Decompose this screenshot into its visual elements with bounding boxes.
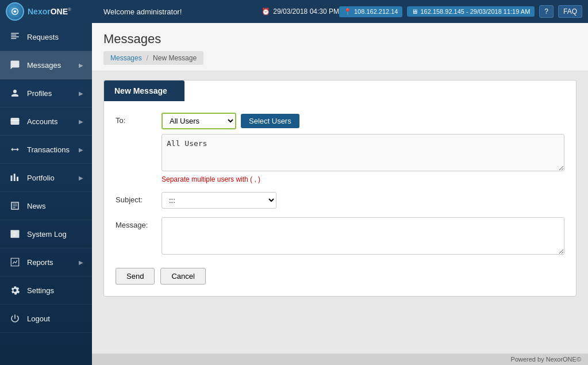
breadcrumb-parent[interactable]: Messages	[110, 54, 142, 62]
sidebar-item-logout[interactable]: Logout	[0, 305, 92, 333]
transactions-arrow: ▶	[79, 147, 83, 153]
sidebar-label-logout: Logout	[27, 314, 50, 323]
news-icon	[9, 199, 21, 212]
footer: Powered by NexorONE©	[92, 354, 588, 365]
breadcrumb-separator: /	[147, 54, 148, 62]
sidebar-label-transactions: Transactions	[27, 145, 70, 154]
sidebar-item-profiles[interactable]: Profiles ▶	[0, 79, 92, 107]
messages-arrow: ▶	[79, 62, 83, 68]
sidebar-item-news[interactable]: News	[0, 192, 92, 220]
accounts-icon	[9, 115, 21, 128]
system-log-icon	[9, 228, 21, 240]
send-button[interactable]: Send	[116, 268, 155, 285]
sidebar-label-accounts: Accounts	[27, 117, 57, 126]
page-title: Messages	[103, 32, 577, 47]
faq-button[interactable]: FAQ	[558, 5, 582, 18]
to-form-row: To: All Users Selected Users Select User…	[116, 113, 564, 183]
sidebar-item-transactions[interactable]: Transactions ▶	[0, 136, 92, 164]
header-right: 📍 108.162.212.14 🖥 162.158.92.145 - 29/0…	[339, 5, 582, 18]
sidebar-item-accounts[interactable]: Accounts ▶	[0, 107, 92, 136]
message-control-area	[162, 217, 564, 256]
location-icon: 📍	[344, 8, 352, 16]
datetime-text: 29/03/2018 04:30 PM	[273, 7, 339, 16]
content-area: Messages Messages / New Message New Mess…	[92, 23, 588, 365]
top-header: NexorONE® Welcome administrator! ⏰ 29/03…	[0, 0, 588, 23]
clock-icon: ⏰	[262, 7, 270, 16]
breadcrumb-current: New Message	[153, 54, 197, 62]
subject-form-row: Subject: :::	[116, 192, 564, 209]
sidebar-label-profiles: Profiles	[27, 89, 52, 98]
profiles-icon	[9, 87, 21, 99]
sidebar-label-messages: Messages	[27, 61, 61, 70]
ip-badge: 📍 108.162.212.14	[339, 6, 402, 17]
reports-icon	[9, 256, 21, 268]
logout-icon	[9, 312, 21, 325]
svg-rect-2	[11, 175, 13, 181]
sidebar-label-requests: Requests	[27, 33, 59, 41]
portfolio-icon	[9, 171, 21, 184]
to-label: To:	[116, 113, 162, 125]
svg-rect-4	[17, 177, 18, 182]
logo-text: NexorONE®	[28, 7, 71, 16]
svg-rect-3	[14, 174, 16, 181]
select-users-button[interactable]: Select Users	[241, 114, 299, 128]
subject-label: Subject:	[116, 192, 162, 204]
sidebar-item-system-log[interactable]: System Log	[0, 220, 92, 248]
portfolio-arrow: ▶	[79, 175, 83, 181]
message-form-row: Message:	[116, 217, 564, 256]
message-label: Message:	[116, 217, 162, 229]
sidebar-label-reports: Reports	[27, 258, 53, 267]
main-layout: Requests Messages ▶ Profiles ▶ Accounts …	[0, 23, 588, 365]
settings-icon	[9, 284, 21, 297]
sidebar-item-reports[interactable]: Reports ▶	[0, 248, 92, 276]
logo-icon	[6, 2, 24, 21]
panel-header: New Message	[104, 80, 185, 101]
sidebar: Requests Messages ▶ Profiles ▶ Accounts …	[0, 23, 92, 365]
accounts-arrow: ▶	[79, 118, 83, 125]
sidebar-item-portfolio[interactable]: Portfolio ▶	[0, 164, 92, 192]
requests-icon	[9, 30, 21, 43]
sidebar-item-settings[interactable]: Settings	[0, 276, 92, 305]
to-select[interactable]: All Users Selected Users	[162, 113, 236, 129]
help-button[interactable]: ?	[539, 5, 554, 18]
transactions-icon	[9, 143, 21, 156]
page-title-bar: Messages Messages / New Message	[92, 23, 588, 71]
users-textarea[interactable]: All Users	[162, 134, 564, 171]
message-textarea[interactable]	[162, 217, 564, 255]
sidebar-item-requests[interactable]: Requests	[0, 23, 92, 51]
monitor-icon: 🖥	[412, 8, 418, 15]
sidebar-label-portfolio: Portfolio	[27, 174, 55, 182]
reports-arrow: ▶	[79, 259, 83, 266]
svg-rect-6	[11, 230, 13, 238]
separator-char: ( , )	[250, 175, 260, 183]
sidebar-label-system-log: System Log	[27, 230, 67, 239]
form-actions: Send Cancel	[116, 268, 564, 285]
session-badge: 🖥 162.158.92.145 - 29/03/2018 11:19 AM	[407, 6, 535, 17]
sidebar-label-news: News	[27, 202, 46, 210]
subject-control-area: :::	[162, 192, 564, 209]
breadcrumb: Messages / New Message	[103, 51, 203, 65]
sidebar-item-messages[interactable]: Messages ▶	[0, 51, 92, 79]
cancel-button[interactable]: Cancel	[160, 268, 205, 285]
welcome-text: Welcome administrator!	[98, 7, 262, 16]
subject-select[interactable]: :::	[162, 192, 276, 209]
content-body: New Message To: All Users Selected Users…	[92, 71, 588, 354]
panel-body: To: All Users Selected Users Select User…	[104, 101, 576, 296]
new-message-panel: New Message To: All Users Selected Users…	[103, 80, 577, 297]
messages-icon	[9, 59, 21, 71]
header-time: ⏰ 29/03/2018 04:30 PM	[262, 7, 339, 16]
to-row: All Users Selected Users Select Users	[162, 113, 564, 129]
sidebar-label-settings: Settings	[27, 286, 54, 295]
to-control-area: All Users Selected Users Select Users Al…	[162, 113, 564, 183]
separator-hint: Separate multiple users with ( , )	[162, 175, 564, 183]
profiles-arrow: ▶	[79, 90, 83, 97]
logo-area: NexorONE®	[6, 2, 98, 21]
svg-rect-1	[11, 118, 20, 125]
footer-text: Powered by NexorONE©	[511, 356, 581, 363]
